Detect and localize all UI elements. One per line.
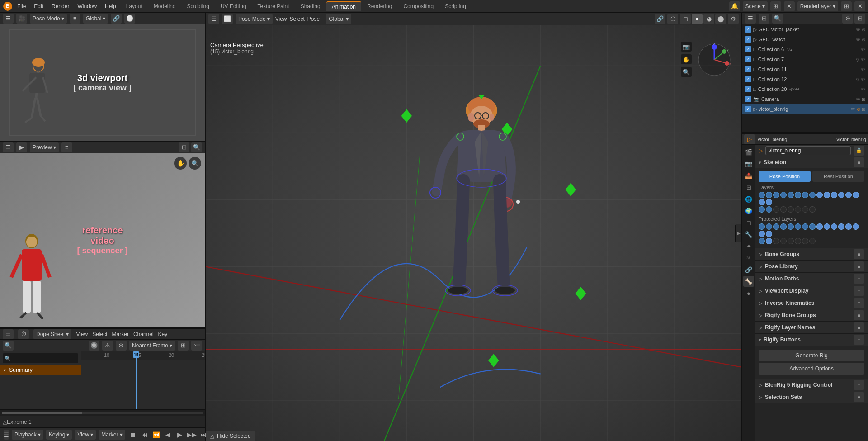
tab-modeling[interactable]: Modeling (148, 1, 181, 11)
layer-dot-18[interactable] (766, 206, 772, 213)
shading-wire-btn[interactable]: ◻ (680, 14, 691, 24)
layer-dot-10[interactable] (824, 192, 830, 198)
props-tab-scene2[interactable]: 🌐 (743, 194, 754, 204)
camera-transform-selector[interactable]: Global ▾ (83, 14, 108, 24)
tab-sculpting[interactable]: Sculpting (182, 1, 215, 11)
outliner-cam-icon[interactable]: ⊞ (862, 97, 865, 102)
tab-rendering[interactable]: Rendering (362, 1, 397, 11)
viewport-wire-icon[interactable]: ⬡ (667, 14, 678, 24)
viewport-zoom-tool-icon[interactable]: 🔍 (681, 67, 692, 77)
prot-dot-9[interactable] (816, 223, 823, 230)
dope-normalize-icon[interactable]: 〰 (191, 341, 202, 351)
dope-menu-icon[interactable]: ☰ (3, 329, 14, 339)
preview-zoom-icon[interactable]: 🔍 (191, 142, 202, 152)
layer-dot-20[interactable] (780, 206, 787, 213)
shading-material-btn[interactable]: ◕ (703, 14, 714, 24)
viewport-camera-type-icon[interactable]: 🎥 (16, 14, 27, 24)
blenrig5-header[interactable]: ▷ BlenRig 5 Rigging Control ≡ (755, 379, 868, 391)
prot-dot-3[interactable] (773, 223, 779, 230)
outliner-eye-col12[interactable]: 👁 (861, 77, 865, 82)
pose-lib-options-icon[interactable]: ≡ (854, 261, 864, 271)
rbg-options-icon[interactable]: ≡ (854, 310, 864, 320)
prot-dot-24[interactable] (809, 238, 816, 244)
ik-header[interactable]: ▷ Inverse Kinematics ≡ (755, 297, 868, 309)
outliner-checkbox-victor[interactable]: ✓ (745, 106, 751, 112)
motion-paths-header[interactable]: ▷ Motion Paths ≡ (755, 273, 868, 285)
dope-scrollbar-thumb[interactable] (2, 412, 82, 414)
outliner-cursor-jacket[interactable]: ⊙ (862, 27, 865, 32)
rln-options-icon[interactable]: ≡ (854, 322, 864, 332)
outliner-tri-col12[interactable]: ▽ (856, 77, 859, 82)
layer-dot-11[interactable] (831, 192, 837, 198)
dope-scrollbar-track[interactable] (2, 412, 203, 414)
prot-dot-6[interactable] (795, 223, 801, 230)
ik-options-icon[interactable]: ≡ (854, 298, 864, 308)
frame-fwd-btn[interactable]: ▶▶ (187, 430, 197, 440)
dope-scrollbar[interactable] (0, 409, 205, 416)
rigify-bone-groups-header[interactable]: ▷ Rigify Bone Groups ≡ (755, 309, 868, 321)
props-lock-icon[interactable]: 🔒 (854, 146, 864, 156)
motion-paths-options-icon[interactable]: ≡ (854, 274, 864, 284)
outliner-menu-icon[interactable]: ☰ (745, 14, 756, 24)
prot-dot-5[interactable] (788, 223, 794, 230)
layer-dot-14[interactable] (853, 192, 859, 198)
dope-marker-menu[interactable]: Marker (112, 331, 129, 337)
prot-dot-22[interactable] (795, 238, 801, 244)
tab-scripting[interactable]: Scripting (439, 1, 472, 11)
props-object-name-input[interactable] (765, 146, 851, 155)
preview-zoom-tool[interactable]: 🔍 (189, 157, 201, 170)
outliner-eye-victor[interactable]: 👁 (851, 107, 855, 112)
outliner-checkbox-col6[interactable]: ✓ (745, 46, 751, 52)
viewport-type-icon[interactable]: ⬜ (222, 14, 233, 24)
render-layer-close-icon[interactable]: ✕ (854, 1, 865, 11)
props-tab-modifier[interactable]: 🔧 (743, 229, 754, 240)
layer-dot-3[interactable] (773, 192, 779, 198)
scene-expand-icon[interactable]: ⊞ (770, 1, 781, 11)
shading-solid-btn[interactable]: ● (692, 14, 703, 24)
outliner-eye-col7[interactable]: 👁 (861, 57, 865, 62)
outliner-checkbox-col11[interactable]: ✓ (745, 66, 751, 72)
layer-dot-13[interactable] (845, 192, 852, 198)
prot-dot-16[interactable] (766, 231, 772, 237)
tab-animation[interactable]: Animation (326, 1, 361, 11)
props-tab-object[interactable]: ◻ (743, 217, 754, 228)
outliner-checkbox-col12[interactable]: ✓ (745, 76, 751, 82)
viewport-hand-tool-icon[interactable]: ✋ (681, 54, 692, 64)
props-tab-particles[interactable]: ✦ (743, 241, 754, 251)
vp-display-options-icon[interactable]: ≡ (854, 286, 864, 296)
outliner-rig-icon[interactable]: ⊙ (857, 107, 860, 112)
dope-key-menu[interactable]: Key (158, 331, 168, 337)
play-btn[interactable]: ▶ (175, 430, 185, 440)
viewport-view-menu[interactable]: View (275, 16, 287, 22)
dope-summary-item[interactable]: ▾ Summary (0, 365, 81, 375)
prot-dot-10[interactable] (824, 223, 830, 230)
outliner-item-col12[interactable]: ✓ □ Collection 12 ▽ 👁 (742, 74, 868, 84)
viewport-display-header[interactable]: ▷ Viewport Display ≡ (755, 285, 868, 297)
outliner-item-col20[interactable]: ✓ □ Collection 20 ₈▷99 👁 (742, 84, 868, 94)
layer-dot-9[interactable] (816, 192, 823, 198)
outliner-eye-col6[interactable]: 👁 (861, 47, 865, 52)
outliner-restrict-icon[interactable]: ⊞ (862, 107, 865, 112)
dope-view-menu[interactable]: View (76, 331, 88, 337)
frame-back-btn[interactable]: ◀ (163, 430, 173, 440)
layer-dot-5[interactable] (788, 192, 794, 198)
dope-type-icon[interactable]: ⏱ (18, 329, 29, 339)
menu-file[interactable]: File (14, 2, 29, 10)
viewport-camera-tool-icon[interactable]: 📷 (681, 42, 692, 52)
prot-dot-4[interactable] (780, 223, 787, 230)
camera-snapping-icon[interactable]: 🔗 (111, 14, 122, 24)
outliner-item-col6[interactable]: ✓ □ Collection 6 ▽₂ 👁 (742, 44, 868, 54)
timeline-cursor[interactable]: 15 (136, 351, 137, 409)
prot-dot-7[interactable] (802, 223, 808, 230)
bone-groups-header[interactable]: ▷ Bone Groups ≡ (755, 248, 868, 260)
selection-sets-header[interactable]: ▷ Selection Sets ≡ (755, 391, 868, 403)
outliner-checkbox-camera[interactable]: ✓ (745, 96, 751, 102)
preview-fullscreen-icon[interactable]: ⊡ (179, 142, 189, 152)
props-tab-constraints[interactable]: 🔗 (743, 264, 754, 275)
viewport-select-menu[interactable]: Select (290, 16, 305, 22)
props-tab-world[interactable]: 🌍 (743, 205, 754, 216)
go-start-btn[interactable]: ⏮ (140, 430, 150, 440)
viewport-transform-selector[interactable]: Global ▾ (326, 14, 351, 24)
playback-mode-selector[interactable]: Playback ▾ (12, 430, 43, 440)
outliner-checkbox-col7[interactable]: ✓ (745, 56, 751, 62)
